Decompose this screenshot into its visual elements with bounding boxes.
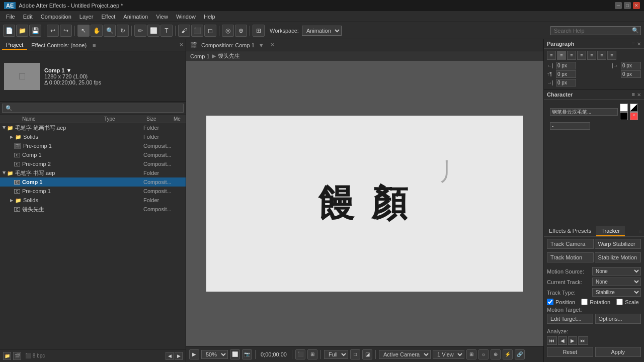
space-before-input[interactable] bbox=[556, 70, 576, 78]
fill-color-swatch[interactable] bbox=[620, 104, 628, 112]
align-justify3-button[interactable]: ≡ bbox=[597, 51, 606, 60]
analyze-forward-button[interactable]: ▶ bbox=[568, 336, 577, 345]
edit-target-button[interactable]: Edit Target... bbox=[547, 314, 593, 324]
menu-edit[interactable]: Edit bbox=[19, 13, 37, 21]
tree-item-9[interactable]: ▶ 📁 Solids Folder bbox=[0, 196, 186, 205]
space-after-input[interactable] bbox=[621, 70, 641, 78]
align-center-button[interactable]: ≡ bbox=[557, 51, 566, 60]
roto-tool[interactable]: ◎ bbox=[222, 25, 234, 37]
save-button[interactable]: 💾 bbox=[29, 25, 41, 37]
stroke-color-swatch[interactable] bbox=[620, 112, 628, 120]
indent-first-input[interactable] bbox=[556, 79, 576, 86]
reset-button[interactable]: Reset bbox=[547, 347, 593, 357]
tree-item-10[interactable]: C 馒头先生 Composit... bbox=[0, 205, 186, 214]
menu-composition[interactable]: Composition bbox=[37, 13, 75, 21]
rotation-checkbox[interactable] bbox=[581, 299, 588, 305]
quality-dropdown[interactable]: Full bbox=[324, 350, 348, 359]
swap-colors-icon[interactable] bbox=[630, 104, 638, 112]
menu-animation[interactable]: Animation bbox=[119, 13, 152, 21]
character-close-icon[interactable]: ✕ bbox=[637, 92, 641, 98]
track-type-select[interactable]: Stabilize bbox=[592, 288, 641, 297]
analyze-forward-forward-button[interactable]: ⏭ bbox=[578, 336, 588, 345]
open-button[interactable]: 📁 bbox=[16, 25, 28, 37]
eraser-tool[interactable]: ◻ bbox=[204, 25, 216, 37]
tree-item-1[interactable]: ▶ 📁 毛笔字 笔画书写.aep Folder bbox=[0, 123, 186, 132]
menu-effect[interactable]: Effect bbox=[97, 13, 119, 21]
timeline-link-button[interactable]: 🔗 bbox=[515, 349, 525, 359]
new-comp-bottom-button[interactable]: 🎬 bbox=[13, 352, 21, 360]
tree-item-4[interactable]: C Comp 1 Composit... bbox=[0, 150, 186, 159]
panel-menu-icon[interactable]: ≡ bbox=[93, 42, 96, 48]
current-track-select[interactable]: None bbox=[592, 278, 641, 286]
character-menu-icon[interactable]: ≡ bbox=[632, 92, 635, 98]
workspace-dropdown[interactable]: Animation bbox=[302, 26, 342, 36]
breadcrumb-mantouxiansheng[interactable]: 馒头先生 bbox=[218, 52, 240, 60]
col-header-type[interactable]: Type bbox=[104, 116, 144, 122]
track-motion-button[interactable]: Track Motion bbox=[547, 252, 594, 262]
warp-stabilizer-button[interactable]: Warp Stabilizer bbox=[595, 239, 641, 249]
position-checkbox[interactable] bbox=[547, 299, 553, 305]
col-header-name[interactable]: Name bbox=[22, 116, 84, 122]
stabilize-motion-button[interactable]: Stabilize Motion bbox=[595, 252, 641, 262]
menu-file[interactable]: File bbox=[2, 13, 19, 21]
fast-preview-button[interactable]: ⚡ bbox=[503, 349, 513, 359]
new-folder-button[interactable]: 📁 bbox=[3, 352, 11, 360]
paragraph-close-icon[interactable]: ✕ bbox=[637, 41, 641, 47]
toggle-grid[interactable]: ⊞ bbox=[307, 349, 317, 359]
snap-button[interactable]: ⊞ bbox=[253, 25, 265, 37]
tab-project[interactable]: Project bbox=[2, 41, 27, 50]
fit-view-button[interactable]: ⬜ bbox=[230, 349, 240, 359]
redo-button[interactable]: ↪ bbox=[60, 25, 72, 37]
motion-source-select[interactable]: None bbox=[592, 267, 641, 276]
puppet-tool[interactable]: ⊕ bbox=[235, 25, 247, 37]
pen-tool[interactable]: ✏ bbox=[134, 25, 146, 37]
menu-window[interactable]: Window bbox=[172, 13, 200, 21]
close-button[interactable]: ✕ bbox=[633, 2, 640, 9]
new-comp-button[interactable]: 📄 bbox=[3, 25, 15, 37]
stamp-tool[interactable]: ⬛ bbox=[191, 25, 203, 37]
project-search-input[interactable] bbox=[2, 104, 184, 113]
undo-button[interactable]: ↩ bbox=[47, 25, 59, 37]
comp-close-icon[interactable]: ✕ bbox=[270, 42, 275, 48]
color-manage-button[interactable]: ⊕ bbox=[491, 349, 501, 359]
options-button[interactable]: Options... bbox=[595, 314, 641, 324]
preview-comp-name[interactable]: Comp 1 ▼ bbox=[44, 67, 101, 73]
brush-tool[interactable]: 🖌 bbox=[178, 25, 190, 37]
shape-tool[interactable]: ⬜ bbox=[147, 25, 159, 37]
align-justify-button[interactable]: ≡ bbox=[577, 51, 586, 60]
camera-dropdown[interactable]: Active Camera bbox=[379, 350, 431, 359]
effects-menu-icon[interactable]: ≡ bbox=[637, 226, 644, 236]
analyze-back-button[interactable]: ◀ bbox=[558, 336, 567, 345]
transparency-button[interactable]: ◪ bbox=[362, 349, 372, 359]
align-left-button[interactable]: ≡ bbox=[547, 51, 556, 60]
search-input[interactable] bbox=[550, 26, 641, 35]
tab-effect-controls[interactable]: Effect Controls: (none) bbox=[27, 41, 91, 49]
tab-tracker[interactable]: Tracker bbox=[596, 226, 625, 236]
selection-tool[interactable]: ↖ bbox=[77, 25, 90, 37]
text-tool[interactable]: T bbox=[160, 25, 173, 37]
font-name-input[interactable] bbox=[550, 108, 618, 116]
toggle-transparency[interactable]: ⬛ bbox=[295, 349, 305, 359]
tree-item-3[interactable]: 🎬 Pre-comp 1 Composit... bbox=[0, 141, 186, 150]
tab-effects-presets[interactable]: Effects & Presets bbox=[544, 226, 596, 236]
tree-item-8[interactable]: C Pre-comp 1 Composit... bbox=[0, 187, 186, 196]
apply-button[interactable]: Apply bbox=[595, 347, 641, 357]
panel-close-icon[interactable]: ✕ bbox=[179, 42, 184, 48]
maximize-button[interactable]: □ bbox=[624, 2, 631, 9]
menu-help[interactable]: Help bbox=[200, 13, 219, 21]
indent-right-input[interactable] bbox=[621, 62, 641, 69]
menu-layer[interactable]: Layer bbox=[75, 13, 98, 21]
next-item-button[interactable]: ▶ bbox=[175, 352, 183, 360]
view-options-button[interactable]: ⊞ bbox=[466, 349, 476, 359]
analyze-back-back-button[interactable]: ⏮ bbox=[547, 336, 557, 345]
reset-colors-icon[interactable]: × bbox=[630, 112, 638, 120]
hand-tool[interactable]: ✋ bbox=[91, 25, 103, 37]
snapshot-button[interactable]: 📷 bbox=[242, 349, 252, 359]
rotate-tool[interactable]: ↻ bbox=[117, 25, 129, 37]
zoom-dropdown[interactable]: 50% bbox=[201, 350, 228, 359]
tree-item-7[interactable]: C Comp 1 Composit... bbox=[0, 177, 186, 187]
region-button[interactable]: □ bbox=[350, 349, 360, 359]
align-justify2-button[interactable]: ≡ bbox=[587, 51, 596, 60]
view-mode-dropdown[interactable]: 1 View bbox=[433, 350, 464, 359]
paragraph-menu-icon[interactable]: ≡ bbox=[632, 41, 635, 47]
